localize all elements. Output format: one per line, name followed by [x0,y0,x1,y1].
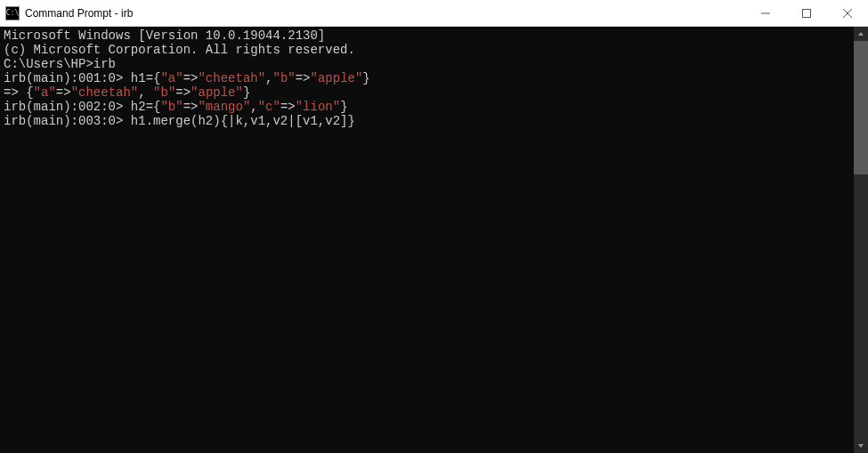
string-token: "b" [273,71,296,85]
text-token: => { [4,85,34,100]
cmd-icon: C:\ [5,6,20,20]
text-token: => [280,100,296,114]
titlebar: C:\ Command Prompt - irb [0,0,868,27]
terminal-area: Microsoft Windows [Version 10.0.19044.21… [0,27,868,453]
string-token: "apple" [191,85,243,100]
minimize-button[interactable] [745,0,786,26]
terminal-line: irb(main):003:0> h1.merge(h2){|k,v1,v2|[… [4,114,850,128]
terminal-line: irb(main):001:0> h1={"a"=>"cheetah","b"=… [4,71,850,85]
string-token: "apple" [311,71,363,85]
string-token: "b" [153,85,175,100]
string-token: "cheetah" [71,85,139,100]
text-token: } [362,71,369,85]
text-token: Microsoft Windows [Version 10.0.19044.21… [4,28,325,43]
text-token: C:\Users\HP>irb [4,57,116,71]
terminal-line: irb(main):002:0> h2={"b"=>"mango","c"=>"… [4,100,850,114]
close-button[interactable] [827,0,868,26]
string-token: "mango" [198,100,250,114]
scrollbar[interactable] [854,27,868,453]
text-token: => [56,85,71,100]
scroll-up-icon[interactable] [854,27,868,41]
svg-marker-4 [858,32,864,36]
text-token: } [243,85,250,100]
terminal-line: => {"a"=>"cheetah", "b"=>"apple"} [4,85,850,100]
terminal-line: (c) Microsoft Corporation. All rights re… [4,43,850,57]
text-token: => [296,71,311,85]
text-token: (c) Microsoft Corporation. All rights re… [4,43,355,57]
text-token: , [250,100,257,114]
string-token: "a" [160,71,183,85]
close-icon [843,9,852,18]
scroll-down-icon[interactable] [854,439,868,453]
svg-rect-1 [803,9,811,17]
string-token: "b" [160,100,183,114]
string-token: "cheetah" [198,71,265,85]
text-token: irb(main):002:0> h2={ [4,100,160,114]
maximize-button[interactable] [786,0,827,26]
text-token: } [340,100,347,114]
minimize-icon [761,9,770,18]
text-token: irb(main):001:0> h1={ [4,71,160,85]
maximize-icon [802,9,811,18]
text-token: , [265,71,272,85]
string-token: "lion" [296,100,340,114]
window-controls [745,0,868,26]
terminal-line: C:\Users\HP>irb [4,57,850,71]
terminal-output[interactable]: Microsoft Windows [Version 10.0.19044.21… [0,27,854,453]
scroll-thumb[interactable] [854,41,868,174]
text-token: => [183,100,199,114]
window-title: Command Prompt - irb [25,7,745,20]
text-token: => [183,71,199,85]
string-token: "c" [258,100,280,114]
terminal-line: Microsoft Windows [Version 10.0.19044.21… [4,28,850,43]
string-token: "a" [34,85,56,100]
svg-marker-5 [858,444,864,448]
text-token: => [175,85,191,100]
text-token: irb(main):003:0> h1.merge(h2){|k,v1,v2|[… [4,114,355,128]
text-token: , [138,85,153,100]
